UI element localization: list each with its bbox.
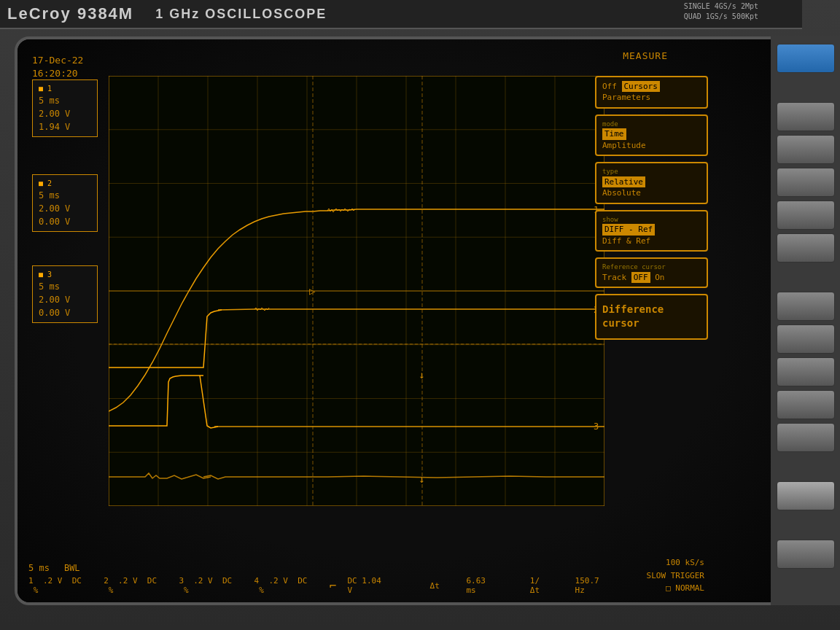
specs-panel: SINGLE 4GS/s 2Mpt QUAD 1GS/s 500Kpt: [684, 1, 758, 22]
ch3-offset: 0.00 V: [39, 306, 91, 319]
ch3-num: 3: [179, 576, 184, 586]
trigger-info: 100 kS/s SLOW TRIGGER □ NORMAL: [647, 556, 704, 595]
ch2-coupling: DC: [147, 576, 157, 586]
show-button[interactable]: show DIFF - Ref Diff & Ref: [595, 210, 708, 252]
ch3-coupling: DC: [222, 576, 232, 586]
ch1-num: 1: [28, 576, 34, 586]
panel-btn-7[interactable]: [777, 324, 835, 354]
spec-single: SINGLE 4GS/s 2Mpt: [684, 1, 758, 12]
ch2-num: ■ 2: [39, 178, 91, 189]
return-button[interactable]: [777, 481, 835, 510]
mode-title: mode: [602, 120, 701, 129]
panel-btn-8[interactable]: [777, 357, 835, 386]
time-value: 16:20:20: [32, 67, 83, 80]
ref-cursor-on-label: On: [655, 273, 664, 282]
svg-text:↓: ↓: [419, 369, 424, 381]
panel-btn-6[interactable]: [777, 292, 835, 321]
ref-cursor-title: Reference cursor: [602, 262, 701, 272]
type-button[interactable]: type Relative Absolute: [595, 162, 708, 203]
mode-amplitude-label: Amplitude: [602, 141, 646, 150]
dc-value: DC 1.04 V: [347, 576, 389, 595]
mode-time-label: Time: [602, 128, 626, 139]
cursors-button[interactable]: Off Cursors Parameters: [595, 76, 708, 109]
measure-label: MEASURE: [623, 50, 668, 61]
ch3-num: ■ 3: [39, 269, 91, 280]
ch3-volt-div: 2.00 V: [39, 293, 91, 306]
oscilloscope-bezel: LeCroy 9384M 1 GHz OSCILLOSCOPE SINGLE 4…: [0, 0, 840, 630]
ref-cursor-button[interactable]: Reference cursor Track OFF On: [595, 257, 708, 288]
ch4-num: 4: [254, 576, 260, 586]
ch3-bw: %: [184, 586, 189, 595]
type-absolute-label: Absolute: [602, 188, 641, 198]
panel-btn-9[interactable]: [777, 390, 835, 419]
model-detail: 1 GHz OSCILLOSCOPE: [155, 7, 327, 22]
brand-title: LeCroy 9384M: [7, 4, 133, 23]
ch1-num: ■ 1: [39, 83, 91, 94]
delta-t-label: Δt: [430, 581, 440, 591]
ch2-div: .2 V: [118, 576, 138, 586]
auto-set-button[interactable]: [777, 44, 835, 73]
ch2-num: 2: [104, 576, 109, 586]
diff-cursor-label: Difference cursor: [602, 303, 664, 330]
diff-cursor-button[interactable]: Difference cursor: [595, 294, 708, 340]
ch4-div: .2 V: [268, 576, 288, 586]
ch1-div: .2 V: [43, 576, 63, 586]
show-diff-ref-label: DIFF - Ref: [602, 224, 655, 235]
ch2-timebase: 5 ms: [39, 189, 91, 202]
panel-btn-2[interactable]: [777, 135, 835, 164]
delta-t-value: 6.63 ms: [466, 576, 498, 595]
right-panel: [771, 36, 840, 605]
date-value: 17-Dec-22: [32, 54, 83, 67]
ch2-offset: 0.00 V: [39, 215, 91, 228]
ch1-bw: %: [34, 586, 39, 595]
freq-value: 150.7 Hz: [575, 576, 612, 595]
panel-btn-5[interactable]: [777, 233, 835, 262]
ch3-info: 3 .2 V DC %: [179, 576, 243, 595]
panel-btn-4[interactable]: [777, 201, 835, 230]
bottom-row-2: 1 .2 V DC % 2 .2 V DC % 3 .2 V: [28, 576, 612, 595]
svg-text:▷: ▷: [309, 285, 316, 297]
timebase-display: 5 ms: [28, 563, 50, 573]
cursors-off-label: Off: [602, 82, 617, 91]
trigger-type: □ NORMAL: [647, 582, 704, 595]
cursors-parameters-label: Parameters: [602, 93, 650, 102]
channel-3-box: ■ 3 5 ms 2.00 V 0.00 V: [32, 265, 98, 323]
bottom-status: 5 ms BWL 1 .2 V DC % 2 .2 V DC %: [28, 563, 612, 595]
ch3-div: .2 V: [193, 576, 213, 586]
show-title: show: [602, 215, 701, 225]
ref-cursor-off-label: OFF: [631, 272, 650, 283]
ch1-volt-div: 2.00 V: [39, 107, 91, 120]
ch1-offset: 1.94 V: [39, 120, 91, 133]
panel-btn-1[interactable]: [777, 102, 835, 131]
screen-dump-button[interactable]: [777, 540, 835, 569]
trigger-mode: SLOW TRIGGER: [647, 569, 704, 583]
date-display: 17-Dec-22 16:20:20: [32, 54, 83, 80]
oscilloscope-header: LeCroy 9384M 1 GHz OSCILLOSCOPE SINGLE 4…: [0, 0, 802, 29]
screen-inner: 17-Dec-22 16:20:20 MEASURE ■ 1 5 ms 2.00…: [18, 39, 785, 602]
ch1-info: 1 .2 V DC %: [28, 576, 93, 595]
type-relative-label: Relative: [602, 176, 645, 187]
ch4-coupling: DC: [298, 576, 307, 586]
trigger-rate: 100 kS/s: [647, 556, 704, 569]
ch3-timebase: 5 ms: [39, 280, 91, 293]
freq-label: 1/Δt: [530, 576, 548, 595]
ch2-volt-div: 2.00 V: [39, 202, 91, 215]
menu-panel: Off Cursors Parameters mode Time Amplitu…: [595, 76, 708, 340]
channel-1-box: ■ 1 5 ms 2.00 V 1.94 V: [32, 79, 98, 137]
spec-quad: QUAD 1GS/s 500Kpt: [684, 12, 758, 22]
ch1-coupling: DC: [72, 576, 82, 586]
bottom-row-1: 5 ms BWL: [28, 563, 612, 573]
ch4-info: 4 .2 V DC %: [254, 576, 319, 595]
type-title: type: [602, 167, 701, 176]
oscilloscope-screen: 17-Dec-22 16:20:20 MEASURE ■ 1 5 ms 2.00…: [15, 36, 788, 605]
show-diff-and-ref-label: Diff & Ref: [602, 236, 650, 246]
channel-2-box: ■ 2 5 ms 2.00 V 0.00 V: [32, 174, 98, 232]
ch2-bw: %: [109, 586, 114, 595]
bwl-label: BWL: [64, 563, 80, 573]
ref-cursor-track-label: Track: [602, 273, 626, 282]
panel-btn-10[interactable]: [777, 423, 835, 452]
oscilloscope-grid: 1 2 3 ▷ ↓ ↓ ↑: [109, 76, 604, 506]
mode-button[interactable]: mode Time Amplitude: [595, 114, 708, 156]
panel-btn-3[interactable]: [777, 168, 835, 197]
ch4-bw: %: [259, 586, 264, 595]
